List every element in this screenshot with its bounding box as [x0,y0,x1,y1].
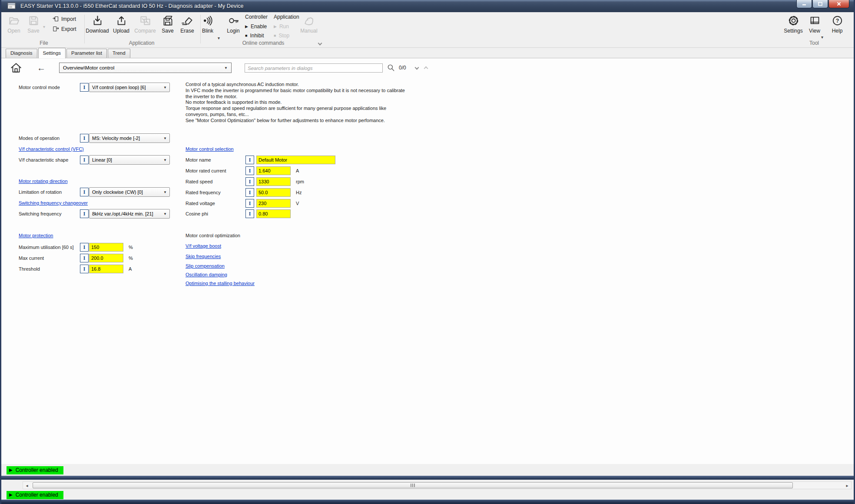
info-button-motor-name[interactable]: I [245,156,254,164]
settings-button[interactable]: Settings [782,15,805,34]
tab-diagnosis[interactable]: Diagnosis [6,49,37,58]
tab-settings[interactable]: Settings [38,48,66,58]
link-motor-control-selection[interactable]: Motor control selection [186,146,234,152]
tab-trend[interactable]: Trend [108,49,130,58]
field-max-current[interactable] [89,254,123,262]
info-button-rated-current[interactable]: I [245,166,254,175]
field-rated-speed[interactable] [256,177,291,186]
dropdown-motor-control-mode[interactable]: V/f control (open loop) [6] ▼ [89,83,170,92]
blink-button[interactable]: Blink [199,15,216,34]
field-rated-frequency[interactable] [256,188,291,197]
search-input[interactable] [245,63,383,73]
link-vf-characteristic-control[interactable]: V/f characteristic control (VFC) [19,146,84,152]
inhibit-button[interactable]: ■ Inhibit [245,31,268,40]
dropdown-modes-of-operation[interactable]: MS: Velocity mode [-2] ▼ [89,133,170,143]
home-icon[interactable] [10,62,22,73]
download-button[interactable]: Download [85,15,110,34]
info-button-cosine-phi[interactable]: I [245,209,254,218]
file-group-label: File [5,40,83,46]
view-button[interactable]: View [806,15,823,34]
link-vf-voltage-boost[interactable]: V/f voltage boost [186,243,221,249]
file-save-caret-icon: ▾ [43,24,45,29]
info-button-max-current[interactable]: I [80,254,89,262]
dialog-nav-row: ← Overview\Motor control ▼ 0/0 [1,62,854,75]
tab-strip: Diagnosis Settings Parameter list Trend [1,48,854,58]
row-motor-control-mode: Motor control mode I V/f control (open l… [19,83,175,92]
maximize-button[interactable] [812,0,828,8]
view-label: View [809,28,820,34]
upload-button[interactable]: Upload [111,15,132,34]
scroll-left-icon[interactable]: ◂ [23,483,31,488]
export-button[interactable]: Export [53,26,76,32]
link-motor-protection[interactable]: Motor protection [19,233,53,238]
dropdown-switching-frequency[interactable]: 8kHz var./opt./4kHz min. [21] ▼ [89,209,170,219]
compare-icon [139,15,151,27]
info-button-rated-voltage[interactable]: I [245,199,254,208]
erase-button[interactable]: Erase [178,15,197,34]
info-button-modes-of-operation[interactable]: I [80,134,89,143]
search-result-count: 0/0 [399,65,406,71]
field-label: Limitation of rotation [19,187,62,197]
field-label: Maximum utilisation [60 s] [19,242,74,252]
export-icon [53,26,59,32]
unit-label: A [129,264,132,274]
manual-button: Manual [297,15,321,34]
dropdown-arrow-icon: ▼ [163,136,167,140]
info-button-threshold[interactable]: I [80,265,89,273]
import-button[interactable]: Import [53,16,76,22]
info-button-rated-speed[interactable]: I [245,177,254,186]
optimization-heading: Motor control optimization [186,233,240,238]
open-folder-icon [8,15,20,27]
link-slip-compensation[interactable]: Slip compensation [186,263,225,269]
row-switching-frequency: Switching frequency I 8kHz var./opt./4kH… [19,209,175,219]
field-motor-name[interactable] [256,156,335,164]
close-button[interactable] [828,0,849,8]
field-cosine-phi[interactable] [256,209,291,218]
app-icon [7,3,16,10]
field-motor-rated-current[interactable] [256,166,291,175]
dropdown-arrow-icon: ▼ [163,158,167,162]
import-label: Import [61,16,76,22]
field-rated-voltage[interactable] [256,199,291,208]
info-button-max-utilisation[interactable]: I [80,243,89,252]
search-icon[interactable] [387,63,395,72]
horizontal-scrollbar[interactable]: ◂ ▸ [23,481,852,489]
minimize-button[interactable] [796,0,812,8]
title-bar: EASY Starter V1.13.0.0 - i550 EtherCat s… [1,0,854,12]
view-caret-icon[interactable]: ▾ [821,35,823,40]
dropdown-vf-shape[interactable]: Linear [0] ▼ [89,155,170,165]
info-button-limitation[interactable]: I [80,188,89,196]
window-title: EASY Starter V1.13.0.0 - i550 EtherCat s… [20,3,244,9]
scroll-right-icon[interactable]: ▸ [843,483,851,488]
field-maximum-utilisation[interactable] [89,243,123,252]
info-button-switching[interactable]: I [80,209,89,218]
info-button-vf-shape[interactable]: I [80,156,89,164]
link-optimising-stalling[interactable]: Optimising the stalling behaviour [186,281,255,286]
dialog-path-dropdown[interactable]: Overview\Motor control ▼ [59,63,232,73]
field-threshold[interactable] [89,265,123,273]
link-motor-rotating-direction[interactable]: Motor rotating direction [19,179,68,184]
link-skip-frequencies[interactable]: Skip frequencies [186,254,221,259]
info-button-rated-frequency[interactable]: I [245,188,254,197]
view-window-icon [809,15,821,27]
link-switching-frequency-changeover[interactable]: Switching frequency changeover [19,200,88,206]
controller-status-badge[interactable]: ▶ Controller enabled [7,466,63,474]
enable-button[interactable]: ▶ Enable [245,22,268,31]
link-oscillation-damping[interactable]: Oscillation damping [186,272,227,277]
search-next-chevron-icon[interactable] [415,66,419,70]
login-button[interactable]: Login [224,15,243,34]
dialog-path-value: Overview\Motor control [63,65,114,70]
help-button[interactable]: ? Help [828,15,847,34]
online-commands-group-label: Online commands [200,40,326,46]
controller-status-badge-bottom[interactable]: ▶ Controller enabled [7,491,63,499]
tab-parameter-list[interactable]: Parameter list [66,49,107,58]
run-label: Run [279,23,289,30]
search-prev-chevron-icon[interactable] [424,66,428,71]
dropdown-limitation[interactable]: Only clockwise (CW) [0] ▼ [89,187,170,197]
app-save-button[interactable]: Save [159,15,177,34]
info-button-motor-control-mode[interactable]: I [80,83,89,92]
back-arrow-icon[interactable]: ← [37,63,46,73]
ribbon-toolbar: Open Save ▾ Import Export File Download [1,12,854,48]
tool-group-label: Tool [782,40,847,46]
scrollbar-thumb[interactable] [33,482,793,488]
